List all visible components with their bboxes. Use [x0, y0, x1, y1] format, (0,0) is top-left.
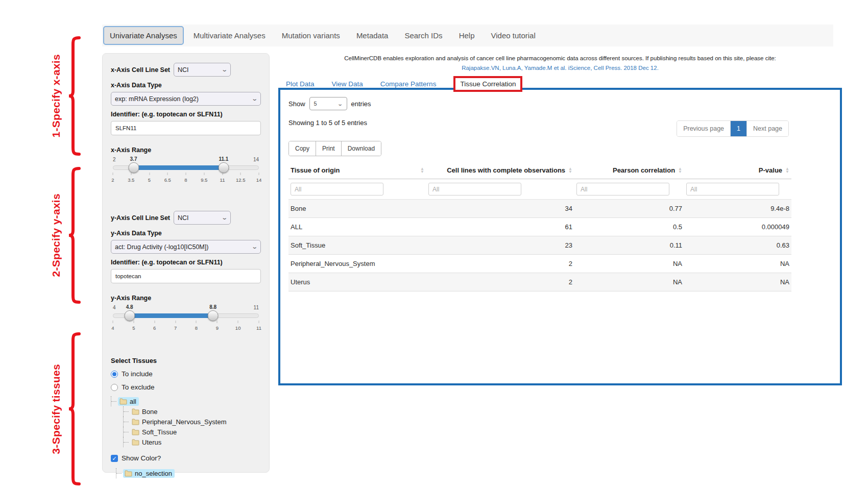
x-axis-cell-line-set-select[interactable]: NCI ⌄	[174, 63, 231, 77]
table-row[interactable]: Uterus2NANA	[288, 273, 791, 291]
tree-node-all[interactable]: all	[118, 397, 139, 406]
filter-cell	[426, 179, 574, 200]
tree-connector	[123, 427, 130, 437]
y-axis-identifier-input[interactable]	[111, 269, 261, 283]
column-filter-input-3[interactable]	[576, 183, 669, 196]
column-header-3[interactable]: Pearson correlation▲▼	[574, 162, 684, 179]
table-row[interactable]: ALL610.50.000049	[288, 218, 791, 236]
y-axis-tick-label: 4	[111, 325, 114, 331]
x-axis-cell-line-set-row: x-Axis Cell Line Set NCI ⌄	[111, 63, 261, 77]
column-header-4[interactable]: P-value▲▼	[684, 162, 791, 179]
color-tree: no_selection	[116, 468, 261, 478]
previous-page-button[interactable]: Previous page	[677, 121, 731, 136]
y-axis-cell-line-set-row: y-Axis Cell Line Set NCI ⌄	[111, 211, 261, 225]
nav-tab-metadata[interactable]: Metadata	[350, 26, 395, 45]
folder-icon	[132, 419, 139, 425]
y-axis-range-min-label: 4	[113, 305, 116, 310]
export-button-group: CopyPrintDownload	[288, 141, 381, 156]
tree-node-label: Uterus	[142, 438, 161, 446]
y-axis-data-type-value: act: Drug Activity (-log10[IC50M])	[115, 243, 208, 251]
cell-cell-lines-with-complete-observations: 2	[426, 255, 574, 273]
column-filter-input-2[interactable]	[428, 183, 521, 196]
x-axis-data-type-select[interactable]: exp: mRNA Expression (log2) ⌄	[111, 92, 261, 106]
x-axis-range-slider[interactable]: 2143.711.123.556.589.51112.514	[113, 157, 259, 188]
x-axis-tick-label: 14	[256, 177, 262, 183]
tree-connector	[123, 417, 130, 427]
x-axis-range-max-label: 14	[253, 157, 259, 162]
sort-icon[interactable]: ▲▼	[678, 167, 682, 174]
x-axis-identifier-label: Identifier: (e.g. topotecan or SLFN11)	[111, 111, 261, 118]
sort-icon[interactable]: ▲▼	[785, 167, 789, 174]
x-axis-cell-line-set-value: NCI	[178, 66, 189, 74]
tree-node-peripheral_nervous_system[interactable]: Peripheral_Nervous_System	[130, 418, 229, 426]
tree-child-row: Peripheral_Nervous_System	[123, 417, 261, 427]
folder-icon	[119, 398, 127, 405]
y-axis-slider-ticks: 4567891011	[113, 321, 259, 334]
x-axis-slider-fill	[134, 165, 224, 170]
column-header-1[interactable]: Tissue of origin▲▼	[288, 162, 426, 179]
y-axis-range-high-value: 8.8	[209, 304, 216, 310]
tissue-correlation-panel: Show 5 ⌄ entries Showing 1 to 5 of 5 ent…	[278, 88, 842, 385]
tree-node-bone[interactable]: Bone	[130, 407, 160, 416]
column-header-2[interactable]: Cell lines with complete observations▲▼	[426, 162, 574, 179]
to-include-option[interactable]: To include	[111, 370, 261, 378]
cell-p-value: NA	[684, 273, 791, 291]
x-axis-slider-handle-low[interactable]	[128, 162, 139, 173]
y-axis-slider-handle-low[interactable]	[124, 310, 135, 321]
tab-view-data[interactable]: View Data	[332, 80, 363, 88]
folder-icon	[132, 408, 139, 415]
download-button[interactable]: Download	[342, 141, 381, 156]
y-axis-cell-line-set-select[interactable]: NCI ⌄	[174, 211, 231, 225]
sort-icon[interactable]: ▲▼	[568, 167, 572, 174]
column-filter-input-4[interactable]	[686, 183, 779, 196]
annotation-step3: 3-Specify tissues	[50, 332, 81, 486]
tree-node-label: Bone	[142, 408, 157, 416]
cell-tissue-of-origin: ALL	[288, 218, 426, 236]
nav-tab-search-ids[interactable]: Search IDs	[398, 26, 449, 45]
next-page-button[interactable]: Next page	[747, 121, 788, 136]
checkbox-checked-icon[interactable]: ✓	[111, 455, 118, 462]
nav-tab-video-tutorial[interactable]: Video tutorial	[484, 26, 542, 45]
tab-compare-patterns[interactable]: Compare Patterns	[380, 80, 437, 88]
nav-tab-univariate-analyses[interactable]: Univariate Analyses	[103, 26, 184, 45]
x-axis-tick-label: 6.5	[164, 177, 171, 183]
tree-node-soft_tissue[interactable]: Soft_Tissue	[130, 428, 179, 436]
radio-unselected-icon[interactable]	[111, 384, 118, 391]
column-filter-input-1[interactable]	[291, 183, 383, 196]
copy-button[interactable]: Copy	[289, 141, 316, 156]
tab-tissue-correlation[interactable]: Tissue Correlation	[453, 76, 522, 92]
y-axis-data-type-select[interactable]: act: Drug Activity (-log10[IC50M]) ⌄	[111, 240, 261, 254]
tab-plot-data[interactable]: Plot Data	[286, 80, 315, 88]
x-axis-slider-handle-high[interactable]	[218, 162, 229, 173]
chevron-down-icon: ⌄	[251, 243, 258, 250]
citation-link[interactable]: Rajapakse.VN, Luna.A, Yamade.M et al. iS…	[278, 65, 842, 71]
y-axis-tick-mark	[217, 321, 218, 323]
y-axis-range-slider[interactable]: 4114.88.84567891011	[113, 305, 259, 336]
nav-tab-mutation-variants[interactable]: Mutation variants	[275, 26, 347, 45]
sort-icon[interactable]: ▲▼	[420, 167, 424, 174]
tree-node-no-selection[interactable]: no_selection	[123, 469, 175, 478]
nav-tab-help[interactable]: Help	[452, 26, 481, 45]
tree-node-uterus[interactable]: Uterus	[130, 438, 164, 447]
nav-tab-multivariate-analyses[interactable]: Multivariate Analyses	[187, 26, 272, 45]
x-axis-range-high-value: 11.1	[219, 156, 228, 162]
to-exclude-option[interactable]: To exclude	[111, 383, 261, 391]
cell-p-value: 0.000049	[684, 218, 791, 236]
radio-selected-icon[interactable]	[111, 371, 118, 378]
table-row[interactable]: Bone340.779.4e-8	[288, 200, 791, 218]
y-axis-slider-handle-high[interactable]	[208, 310, 219, 321]
cell-p-value: 0.63	[684, 236, 791, 255]
to-include-label: To include	[122, 370, 153, 378]
x-axis-identifier-input[interactable]	[111, 121, 261, 135]
entries-count-select[interactable]: 5 ⌄	[309, 97, 347, 110]
page-1-button[interactable]: 1	[731, 121, 747, 136]
print-button[interactable]: Print	[316, 141, 342, 156]
column-header-inner: Cell lines with complete observations▲▼	[428, 166, 572, 174]
table-row[interactable]: Soft_Tissue230.110.63	[288, 236, 791, 255]
show-color-option[interactable]: ✓ Show Color?	[111, 454, 261, 462]
cell-pearson-correlation: 0.5	[574, 218, 684, 236]
table-row[interactable]: Peripheral_Nervous_System2NANA	[288, 255, 791, 273]
y-axis-range-label: y-Axis Range	[111, 295, 261, 302]
x-axis-tick-label: 8	[184, 177, 187, 183]
column-header-label: Tissue of origin	[291, 166, 340, 174]
